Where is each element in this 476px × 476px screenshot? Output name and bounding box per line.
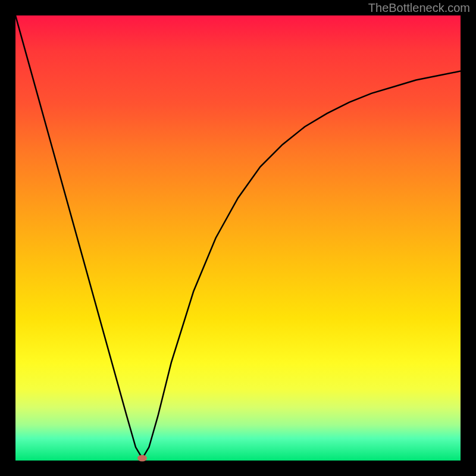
minimum-marker — [137, 455, 147, 462]
watermark-text: TheBottleneck.com — [368, 1, 470, 15]
chart-plot-area — [15, 15, 461, 461]
bottleneck-curve — [15, 15, 461, 461]
